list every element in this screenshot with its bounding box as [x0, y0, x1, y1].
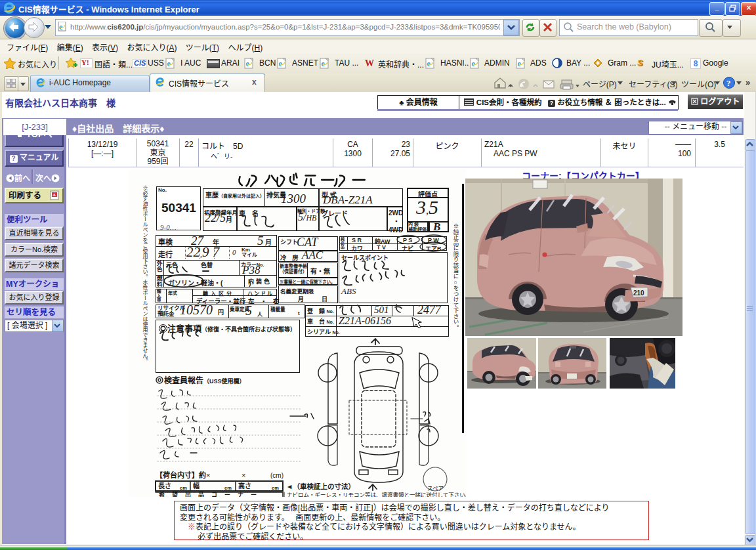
svg-text:希望出品コーナー: 希望出品コーナー: [159, 491, 264, 497]
svg-text:?: ?: [726, 78, 731, 88]
svg-text:cm: cm: [272, 485, 279, 491]
svg-text:cm: cm: [224, 485, 232, 491]
svg-text:検査員報告（USS使用欄）: 検査員報告（USS使用欄）: [164, 375, 245, 385]
svg-text:ABS: ABS: [341, 286, 356, 296]
svg-text:幅: 幅: [193, 482, 200, 490]
svg-text:◄（車検証上の寸法）: ◄（車検証上の寸法）: [286, 482, 355, 490]
svg-text:ナビロム・ギーレス・リモコン等は、譲渡書類と一緒に送付して下: ナビロム・ギーレス・リモコン等は、譲渡書類と一緒に送付して下さい。: [287, 492, 466, 497]
svg-text:高さ: 高さ: [238, 482, 251, 490]
svg-text:スペア: スペア: [427, 485, 444, 492]
svg-text:e: e: [59, 22, 63, 32]
svg-text:W: W: [365, 58, 374, 68]
svg-text:210: 210: [633, 289, 644, 297]
svg-text:長さ: 長さ: [158, 482, 171, 490]
svg-text:【荷台内寸】約: 【荷台内寸】約: [156, 471, 206, 479]
svg-text:×: ×: [206, 471, 210, 479]
svg-text:A: A: [52, 192, 56, 198]
svg-text:cm: cm: [180, 485, 187, 491]
svg-text:(cm): (cm): [270, 472, 284, 479]
svg-text:×: ×: [242, 471, 245, 479]
